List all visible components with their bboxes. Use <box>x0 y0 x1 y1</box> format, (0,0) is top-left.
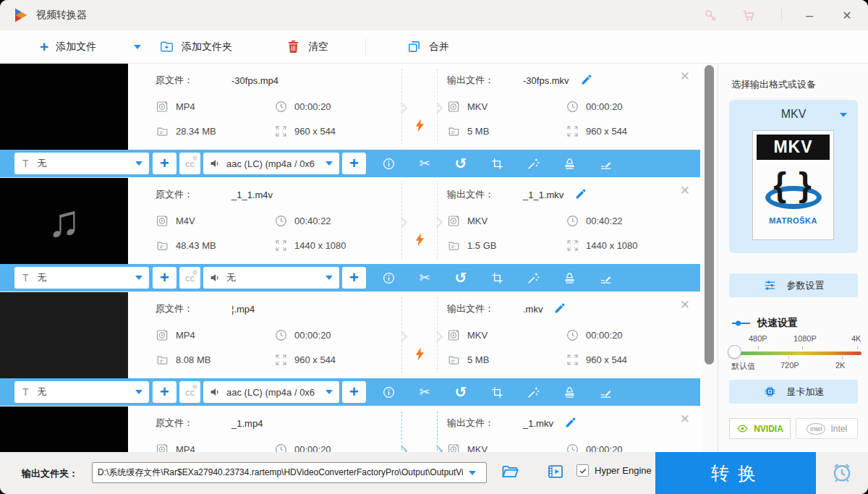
cc-subtitle-button[interactable]: cc <box>179 381 200 403</box>
output-duration: 00:00:20 <box>566 443 684 453</box>
lightning-icon <box>412 346 427 362</box>
file-row[interactable]: 原文件：¦.mp4 MP4 00:00:20 8.08 MB 960 x 544 <box>0 291 700 378</box>
minimize-button[interactable]: – <box>800 7 819 24</box>
convert-button[interactable]: 转换 <box>655 452 816 494</box>
rename-output-button[interactable] <box>574 187 588 202</box>
checkbox-checked[interactable] <box>576 464 589 477</box>
watermark-button[interactable] <box>551 378 587 406</box>
edit-button[interactable] <box>587 150 624 177</box>
cut-button[interactable]: ✂ <box>407 150 443 177</box>
effects-button[interactable] <box>515 150 551 177</box>
output-file-name: _1.mkv <box>523 418 553 429</box>
crop-button[interactable] <box>479 378 515 406</box>
nvidia-acceleration-badge[interactable]: NVIDIA <box>729 418 791 439</box>
merge-button[interactable]: 合并 <box>407 30 449 63</box>
slider-handle[interactable] <box>728 345 741 359</box>
audio-track-select[interactable]: 无 <box>203 267 339 289</box>
crop-button[interactable] <box>479 150 515 177</box>
file-row[interactable]: 原文件：-30fps.mp4 MP4 00:00:20 28.34 MB 960… <box>0 64 700 150</box>
rename-output-button[interactable] <box>579 73 594 88</box>
audio-thumbnail[interactable]: ♫ <box>0 178 128 264</box>
add-audio-button[interactable]: + <box>342 381 366 403</box>
add-folder-button[interactable]: 添加文件夹 <box>159 30 232 63</box>
crop-button[interactable] <box>479 264 515 291</box>
subtitle-select[interactable]: T无 <box>14 381 149 403</box>
add-file-dropdown[interactable] <box>134 30 141 63</box>
effects-button[interactable] <box>515 378 551 406</box>
remove-file-button[interactable]: ✕ <box>678 296 692 314</box>
audio-track-select[interactable]: aac (LC) (mp4a / 0x6 <box>203 381 339 403</box>
titlebar-divider <box>781 8 782 22</box>
register-key-button[interactable] <box>701 7 720 24</box>
mkv-format-logo[interactable]: MKV { } MATROŠKA <box>752 130 834 240</box>
watermark-button[interactable] <box>551 264 587 291</box>
purchase-cart-button[interactable] <box>739 7 758 24</box>
file-row[interactable]: ♫ 原文件：_1_1.m4v M4V 00:40:22 48.43 MB 144… <box>0 177 700 264</box>
resolution-icon <box>274 353 288 367</box>
source-resolution: 960 x 544 <box>274 124 393 138</box>
open-output-media-button[interactable] <box>544 461 567 484</box>
rename-output-button[interactable] <box>553 302 567 316</box>
parameter-settings-button[interactable]: 参数设置 <box>729 273 858 297</box>
chip-icon <box>763 385 777 399</box>
music-note-icon: ♫ <box>47 199 81 244</box>
cc-subtitle-button[interactable]: cc <box>179 153 200 174</box>
output-file-label: 输出文件： <box>447 302 523 315</box>
audio-track-select[interactable]: aac (LC) (mp4a / 0x6 <box>203 153 339 174</box>
remove-file-button[interactable]: ✕ <box>678 67 692 85</box>
add-subtitle-button[interactable]: + <box>153 381 176 403</box>
schedule-timer-button[interactable] <box>829 460 855 486</box>
hyper-engine-toggle[interactable]: Hyper Engine <box>576 464 652 477</box>
output-size: 1.5 GB <box>447 239 566 252</box>
watermark-button[interactable] <box>551 150 587 177</box>
info-button[interactable] <box>370 378 407 406</box>
intel-acceleration-badge[interactable]: intel Intel <box>796 418 858 439</box>
resolution-slider[interactable]: 480P 1080P 4K 默认值 720P 2K <box>730 334 863 378</box>
video-thumbnail[interactable] <box>0 406 128 452</box>
output-file-label: 输出文件： <box>447 188 523 201</box>
remove-file-button[interactable]: ✕ <box>678 182 692 200</box>
close-button[interactable]: ✕ <box>838 7 856 24</box>
chevron-down-icon[interactable] <box>469 471 476 475</box>
browse-folder-button[interactable] <box>498 461 522 484</box>
chevron-down-icon[interactable] <box>840 113 847 117</box>
cc-subtitle-button[interactable]: cc <box>179 267 200 289</box>
slider-track[interactable] <box>736 352 861 355</box>
clear-list-button[interactable]: 清空 <box>286 30 328 63</box>
edit-button[interactable] <box>587 378 624 406</box>
subtitle-select[interactable]: T无 <box>14 153 149 174</box>
output-folder-input[interactable] <box>92 462 487 483</box>
clock-icon <box>274 100 288 114</box>
add-subtitle-button[interactable]: + <box>153 153 176 174</box>
add-subtitle-button[interactable]: + <box>153 267 176 289</box>
scrollbar-thumb[interactable] <box>705 65 714 365</box>
file-size-icon <box>447 353 461 367</box>
info-button[interactable] <box>370 150 407 177</box>
lightning-icon <box>412 232 427 247</box>
matroska-brand: MATROŠKA <box>769 216 817 225</box>
add-audio-button[interactable]: + <box>342 267 366 289</box>
cut-button[interactable]: ✂ <box>407 264 443 291</box>
cut-button[interactable]: ✂ <box>407 378 443 406</box>
add-audio-button[interactable]: + <box>342 153 366 174</box>
rotate-button[interactable]: ↺ <box>443 150 479 177</box>
output-size: 5 MB <box>447 353 566 367</box>
info-button[interactable] <box>370 264 407 291</box>
list-scrollbar[interactable] <box>702 64 718 452</box>
edit-button[interactable] <box>587 264 624 291</box>
slider-label-720p: 720P <box>780 361 799 370</box>
file-row[interactable]: 原文件：_1.mp4 MP4 00:00:20 输出文件：_1.mkv <box>0 406 700 452</box>
format-panel[interactable]: MKV MKV { } MATROŠKA <box>729 100 858 253</box>
rotate-button[interactable]: ↺ <box>443 264 479 291</box>
magic-wand-icon <box>527 271 540 285</box>
subtitle-select[interactable]: T无 <box>14 267 149 289</box>
effects-button[interactable] <box>515 264 551 291</box>
video-thumbnail[interactable] <box>0 64 128 150</box>
video-thumbnail[interactable] <box>0 292 128 378</box>
rename-output-button[interactable] <box>563 416 578 430</box>
source-file-name: -30fps.mp4 <box>231 75 278 86</box>
gpu-acceleration-button[interactable]: 显卡加速 <box>729 380 858 404</box>
rotate-button[interactable]: ↺ <box>443 378 479 406</box>
remove-file-button[interactable]: ✕ <box>678 410 692 428</box>
add-file-button[interactable]: + 添加文件 <box>40 30 96 63</box>
